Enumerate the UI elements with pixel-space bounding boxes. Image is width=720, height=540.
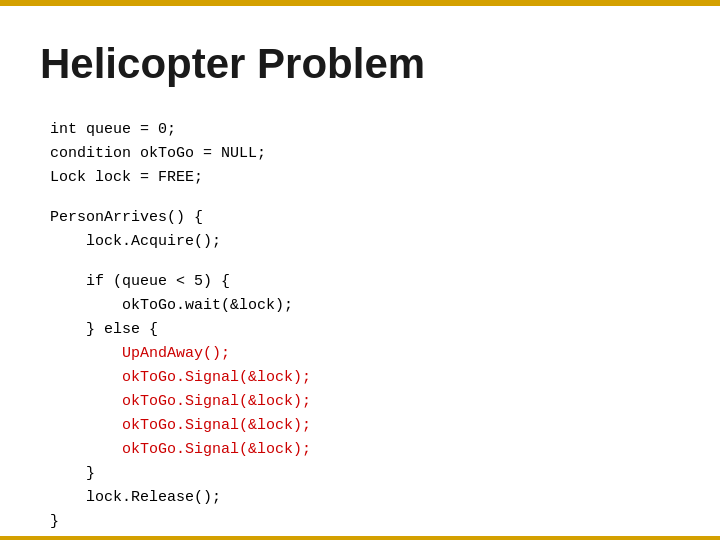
code-line: } else { xyxy=(50,318,680,342)
code-line: okToGo.Signal(&lock); xyxy=(50,414,680,438)
top-border xyxy=(0,0,720,6)
code-line: okToGo.Signal(&lock); xyxy=(50,438,680,462)
code-line: PersonArrives() { xyxy=(50,206,680,230)
code-line: okToGo.wait(&lock); xyxy=(50,294,680,318)
code-line: UpAndAway(); xyxy=(50,342,680,366)
code-line: if (queue < 5) { xyxy=(50,270,680,294)
bottom-border xyxy=(0,536,720,540)
code-line: Lock lock = FREE; xyxy=(50,166,680,190)
code-spacer xyxy=(50,254,680,270)
code-spacer xyxy=(50,190,680,206)
code-line: lock.Acquire(); xyxy=(50,230,680,254)
slide-title: Helicopter Problem xyxy=(40,40,680,88)
code-line: lock.Release(); xyxy=(50,486,680,510)
code-block: int queue = 0;condition okToGo = NULL;Lo… xyxy=(50,118,680,534)
code-line: } xyxy=(50,510,680,534)
code-line: int queue = 0; xyxy=(50,118,680,142)
code-line: } xyxy=(50,462,680,486)
slide-container: Helicopter Problem int queue = 0;conditi… xyxy=(0,0,720,540)
code-line: condition okToGo = NULL; xyxy=(50,142,680,166)
code-line: okToGo.Signal(&lock); xyxy=(50,366,680,390)
code-line: okToGo.Signal(&lock); xyxy=(50,390,680,414)
